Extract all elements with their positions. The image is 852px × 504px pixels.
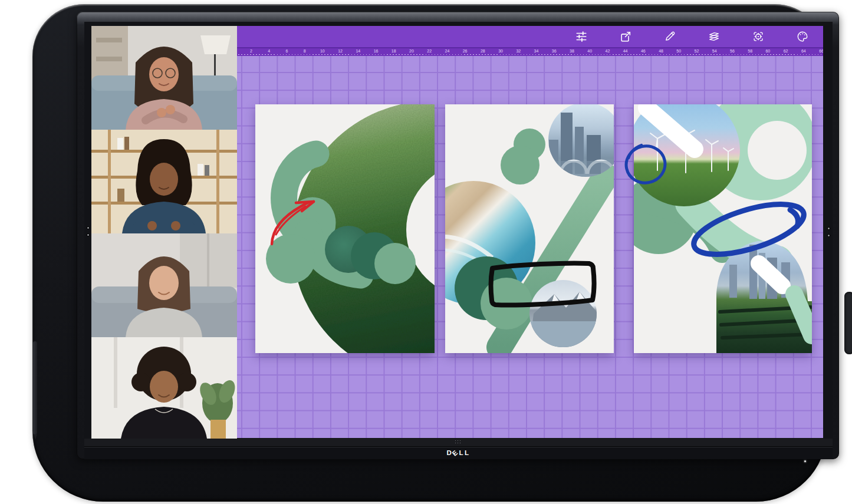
- ruler-number: 48: [659, 49, 663, 53]
- ruler-number: 66: [819, 49, 823, 53]
- ruler-number: 28: [481, 49, 485, 53]
- dell-logo: DELL: [446, 450, 470, 457]
- dell-interactive-display: 2468101214161820222426283032343638404244…: [0, 0, 852, 504]
- ruler-number: 30: [498, 49, 503, 53]
- ruler-number: 40: [587, 49, 592, 53]
- poster-card-windfarm-city[interactable]: [634, 104, 812, 353]
- drawing-canvas[interactable]: [237, 56, 823, 438]
- share-export-icon[interactable]: [619, 30, 632, 43]
- video-call-sidebar: [91, 26, 237, 439]
- ruler-ticks: [238, 54, 823, 55]
- stylus-left: [33, 341, 37, 434]
- video-tile-4: [91, 337, 237, 439]
- ruler-number: 6: [285, 49, 288, 53]
- power-led: [804, 460, 806, 462]
- adjustments-sliders-icon[interactable]: [575, 30, 588, 43]
- ruler-number: 50: [676, 49, 681, 53]
- ruler-number: 42: [605, 49, 610, 53]
- ruler-number: 32: [516, 49, 521, 53]
- participant-2-video: [91, 130, 237, 233]
- video-tile-1: [91, 26, 237, 130]
- ruler-number: 62: [784, 49, 788, 53]
- ruler-number: 22: [427, 49, 432, 53]
- video-tile-2: [91, 130, 237, 233]
- participant-4-video: [91, 337, 237, 439]
- ruler-number: 8: [304, 49, 306, 53]
- ruler-number: 10: [320, 49, 325, 53]
- monitor-shell: 2468101214161820222426283032343638404244…: [32, 4, 827, 502]
- color-palette-icon[interactable]: [796, 30, 809, 43]
- ruler-number: 24: [445, 49, 450, 53]
- ruler-number: 4: [268, 49, 270, 53]
- poster-card-forest[interactable]: [255, 104, 435, 353]
- whiteboard-app: 2468101214161820222426283032343638404244…: [237, 26, 823, 438]
- sensor-dot: [87, 227, 89, 229]
- ruler-number: 20: [409, 49, 414, 53]
- ruler-number: 46: [641, 49, 646, 53]
- layers-icon[interactable]: [708, 30, 721, 43]
- ruler-number: 58: [748, 49, 752, 53]
- ruler-number: 18: [392, 49, 396, 53]
- ruler-number: 60: [765, 49, 770, 53]
- ruler-number: 2: [250, 49, 252, 53]
- ruler-number: 36: [552, 49, 557, 53]
- participant-3-video: [91, 233, 237, 337]
- ruler-number: 44: [623, 49, 628, 53]
- osd-menu-dots-icon: [455, 440, 462, 445]
- bezel-controls: DELL: [84, 439, 833, 459]
- ruler-number: 34: [534, 49, 539, 53]
- ruler-number: 12: [338, 49, 343, 53]
- pencil-icon[interactable]: [663, 30, 676, 43]
- osd-menu-row: [84, 439, 833, 447]
- brand-row: DELL: [84, 447, 833, 459]
- screen-bezel: 2468101214161820222426283032343638404244…: [77, 12, 839, 459]
- ruler-number: 64: [801, 49, 806, 53]
- poster-card-city-beach[interactable]: [445, 104, 614, 353]
- ruler-number: 56: [730, 49, 735, 53]
- sensor-dot: [87, 234, 89, 236]
- sensor-dot: [828, 228, 830, 229]
- stylus-holder-right: [844, 292, 852, 354]
- screen: 2468101214161820222426283032343638404244…: [84, 22, 833, 439]
- whiteboard-toolbar: [237, 26, 823, 47]
- ruler-number: 14: [356, 49, 360, 53]
- ruler-number: 16: [374, 49, 379, 53]
- participant-1-video: [91, 26, 237, 130]
- ruler-number: 52: [695, 49, 699, 53]
- focus-target-icon[interactable]: [752, 30, 765, 43]
- ruler-number: 54: [712, 49, 717, 53]
- ruler-number: 38: [570, 49, 574, 53]
- video-tile-3: [91, 233, 237, 337]
- horizontal-ruler: 2468101214161820222426283032343638404244…: [237, 47, 823, 56]
- sensor-dot: [828, 235, 830, 236]
- ruler-number: 26: [463, 49, 468, 53]
